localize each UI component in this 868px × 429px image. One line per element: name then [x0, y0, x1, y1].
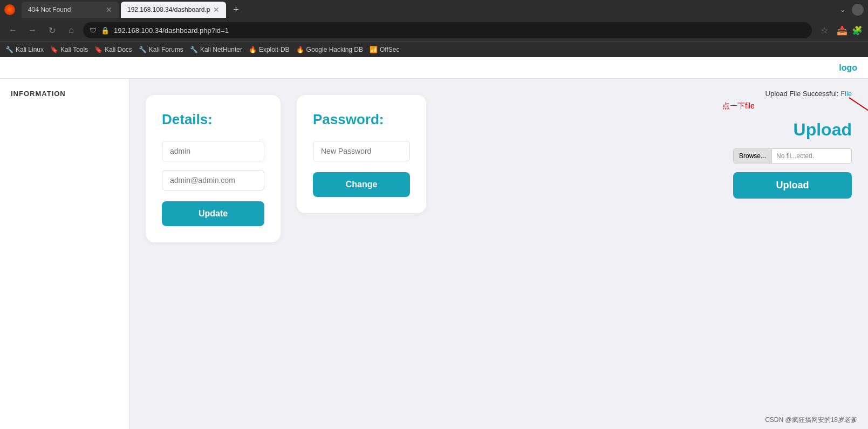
extensions-icon[interactable]: 🧩 [852, 25, 863, 36]
file-name-display: No fil...ected. [772, 149, 851, 163]
new-password-input[interactable] [313, 141, 410, 161]
update-button[interactable]: Update [162, 201, 264, 226]
svg-line-0 [849, 98, 868, 119]
google-hacking-icon: 🔥 [296, 46, 304, 53]
tab-dashboard-close[interactable]: ✕ [213, 5, 220, 14]
arrow-annotation [849, 95, 868, 122]
bookmark-kali-tools[interactable]: 🔖 Kali Tools [50, 46, 88, 53]
sidebar-title: INFORMATION [11, 90, 118, 98]
logo-text: logo [839, 63, 857, 73]
bookmark-kali-docs-label: Kali Docs [105, 46, 132, 53]
bookmark-kali-nethunter[interactable]: 🔧 Kali NetHunter [190, 46, 242, 53]
bookmark-kali-tools-label: Kali Tools [60, 46, 88, 53]
file-input-row: Browse... No fil...ected. [733, 148, 852, 164]
upload-section: Upload File Successful: File [733, 90, 852, 199]
change-password-button[interactable]: Change [313, 172, 410, 197]
address-bar: ← → ↻ ⌂ 🛡 🔒 192.168.100.34/dashboard.php… [0, 19, 868, 41]
tab-add-button[interactable]: + [228, 2, 243, 17]
kali-forums-icon: 🔧 [139, 46, 147, 53]
shield-icon: 🛡 [90, 26, 97, 35]
upload-success-area: Upload File Successful: File [766, 90, 852, 98]
password-card-title: Password: [313, 111, 410, 128]
bookmarks-bar: 🔧 Kali Linux 🔖 Kali Tools 🔖 Kali Docs 🔧 … [0, 41, 868, 57]
kali-linux-icon: 🔧 [5, 46, 13, 53]
browser-controls [4, 4, 15, 15]
address-text: 192.168.100.34/dashboard.php?id=1 [114, 26, 805, 35]
bookmark-kali-forums-label: Kali Forums [149, 46, 183, 53]
sidebar: INFORMATION [0, 79, 129, 429]
email-input[interactable] [162, 170, 264, 190]
tab-404-label: 404 Not Found [28, 6, 71, 13]
bookmark-google-hacking-label: Google Hacking DB [306, 46, 363, 53]
tab-404-close[interactable]: ✕ [106, 5, 112, 14]
tab-expand[interactable]: ⌄ [840, 6, 845, 13]
content-area: Details: Update Password: Change Upload … [129, 79, 868, 429]
user-avatar [852, 4, 864, 16]
browse-button[interactable]: Browse... [734, 149, 772, 163]
lock-icon: 🔒 [101, 26, 110, 35]
home-button[interactable]: ⌂ [64, 23, 79, 38]
bookmark-offsec-label: OffSec [380, 46, 399, 53]
tab-dashboard-label: 192.168.100.34/dashboard.p [127, 6, 210, 13]
bookmark-kali-forums[interactable]: 🔧 Kali Forums [139, 46, 183, 53]
tab-bar: 404 Not Found ✕ 192.168.100.34/dashboard… [0, 0, 868, 19]
username-input[interactable] [162, 141, 264, 161]
bookmark-kali-linux[interactable]: 🔧 Kali Linux [5, 46, 44, 53]
forward-button[interactable]: → [25, 23, 40, 38]
reload-button[interactable]: ↻ [44, 23, 59, 38]
back-button[interactable]: ← [5, 23, 20, 38]
footer-text: CSDN @疯狂搞网安的18岁老爹 [765, 416, 857, 424]
upload-success-text: Upload File Successful: [766, 90, 839, 98]
main-layout: INFORMATION Details: Update Password: Ch… [0, 79, 868, 429]
exploit-db-icon: 🔥 [249, 46, 257, 53]
upload-success-msg: Upload File Successful: File [766, 90, 852, 98]
bookmark-star-icon[interactable]: ☆ [821, 25, 828, 36]
page-footer: CSDN @疯狂搞网安的18岁老爹 [754, 411, 868, 429]
tab-404[interactable]: 404 Not Found ✕ [22, 2, 119, 18]
annotation-area: 点一下file [722, 101, 755, 111]
details-card: Details: Update [146, 95, 281, 242]
kali-docs-icon: 🔖 [94, 46, 102, 53]
kali-tools-icon: 🔖 [50, 46, 58, 53]
password-card: Password: Change [297, 95, 426, 213]
annotation-text: 点一下file [722, 101, 755, 110]
kali-nethunter-icon: 🔧 [190, 46, 198, 53]
bookmark-kali-docs[interactable]: 🔖 Kali Docs [94, 46, 132, 53]
bookmark-kali-linux-label: Kali Linux [16, 46, 44, 53]
offsec-icon: 📶 [370, 46, 378, 53]
upload-title: Upload [794, 120, 852, 140]
bookmark-offsec[interactable]: 📶 OffSec [370, 46, 399, 53]
bookmark-exploit-db-label: Exploit-DB [259, 46, 290, 53]
pocket-icon[interactable]: 📥 [837, 25, 848, 36]
address-input-wrap[interactable]: 🛡 🔒 192.168.100.34/dashboard.php?id=1 [83, 22, 812, 38]
tab-dashboard[interactable]: 192.168.100.34/dashboard.p ✕ [121, 2, 226, 18]
browser-chrome: 404 Not Found ✕ 192.168.100.34/dashboard… [0, 0, 868, 57]
firefox-icon [4, 4, 15, 15]
details-card-title: Details: [162, 111, 264, 128]
upload-button[interactable]: Upload [733, 172, 852, 199]
bookmark-kali-nethunter-label: Kali NetHunter [200, 46, 242, 53]
page-content: logo INFORMATION Details: Update Passwor… [0, 57, 868, 429]
top-bar: logo [0, 57, 868, 79]
bookmark-exploit-db[interactable]: 🔥 Exploit-DB [249, 46, 290, 53]
bookmark-google-hacking[interactable]: 🔥 Google Hacking DB [296, 46, 363, 53]
toolbar-icons: 📥 🧩 [837, 25, 863, 36]
